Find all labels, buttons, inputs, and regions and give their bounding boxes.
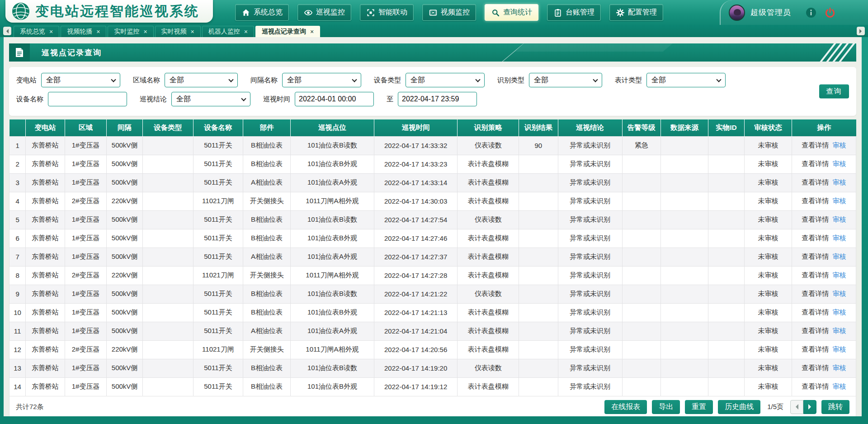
view-detail-link[interactable]: 查看详情 <box>802 197 829 205</box>
view-detail-link[interactable]: 查看详情 <box>802 160 829 167</box>
audit-link[interactable]: 审核 <box>832 382 846 390</box>
device-type-select[interactable]: 全部 <box>406 73 485 87</box>
search-button[interactable]: 查询 <box>819 85 849 99</box>
tab-close-icon[interactable]: × <box>96 29 100 35</box>
nav-button-link-frame[interactable]: 智能联动 <box>360 4 414 21</box>
meter-type-select[interactable]: 全部 <box>646 73 726 87</box>
nav-button-ledger[interactable]: 台账管理 <box>547 4 601 21</box>
tab-item[interactable]: 系统总览× <box>14 26 59 37</box>
audit-link[interactable]: 审核 <box>832 364 846 372</box>
view-detail-link[interactable]: 查看详情 <box>802 141 829 149</box>
export-button[interactable]: 导出 <box>652 400 680 414</box>
recognition-type-select[interactable]: 全部 <box>529 73 602 87</box>
view-detail-link[interactable]: 查看详情 <box>802 382 829 390</box>
device-name-input[interactable] <box>48 92 127 106</box>
tab-item[interactable]: 巡视点记录查询× <box>255 26 320 37</box>
table-cell: 101油位表B外观 <box>290 229 374 248</box>
audit-link[interactable]: 审核 <box>832 234 846 242</box>
table-cell <box>708 322 745 340</box>
table-cell: 仪表读数 <box>458 136 519 155</box>
nav-button-home[interactable]: 系统总览 <box>235 4 289 21</box>
nav-button-search[interactable]: 查询统计 <box>485 4 538 21</box>
table-cell <box>142 229 193 248</box>
prev-page-button[interactable] <box>790 400 803 414</box>
view-detail-link[interactable]: 查看详情 <box>802 290 829 297</box>
tab-item[interactable]: 实时视频× <box>155 26 201 37</box>
audit-link[interactable]: 审核 <box>832 290 846 297</box>
area-select[interactable]: 全部 <box>165 73 238 87</box>
table-cell <box>142 340 193 359</box>
time-to-datetime-input[interactable] <box>398 92 477 106</box>
audit-link[interactable]: 审核 <box>832 345 846 353</box>
table-cell <box>708 377 745 396</box>
table-cell: 5011开关 <box>193 285 243 303</box>
tab-item[interactable]: 机器人监控× <box>202 26 254 37</box>
audit-link[interactable]: 审核 <box>832 252 846 260</box>
nav-button-label: 视频监控 <box>441 8 470 17</box>
history-curve-button[interactable]: 历史曲线 <box>718 400 760 414</box>
table-cell: 101油位表A外观 <box>290 248 374 266</box>
table-cell <box>661 229 708 248</box>
table-cell: 异常或未识别 <box>558 303 622 322</box>
table-cell: 表计表盘模糊 <box>458 229 519 248</box>
nav-button-eye[interactable]: 巡视监控 <box>297 4 351 21</box>
tab-close-icon[interactable]: × <box>191 29 194 35</box>
tab-label: 视频轮播 <box>67 28 92 36</box>
view-detail-link[interactable]: 查看详情 <box>802 234 829 242</box>
view-detail-link[interactable]: 查看详情 <box>802 178 829 186</box>
audit-link[interactable]: 审核 <box>832 327 846 334</box>
table-cell <box>519 192 558 210</box>
home-icon <box>241 8 250 17</box>
nav-button-gear[interactable]: 配置管理 <box>609 4 663 21</box>
table-cell: 500kV侧 <box>107 173 143 192</box>
view-detail-link[interactable]: 查看详情 <box>802 308 829 316</box>
tab-close-icon[interactable]: × <box>310 29 314 35</box>
table-cell: 1#变压器 <box>65 359 107 377</box>
table-cell: 2022-04-17 14:19:12 <box>374 377 458 396</box>
view-detail-link[interactable]: 查看详情 <box>802 271 829 279</box>
nav-button-video[interactable]: 视频监控 <box>422 4 476 21</box>
user-avatar[interactable] <box>729 5 745 21</box>
tab-close-icon[interactable]: × <box>244 29 248 35</box>
station-select[interactable]: 全部 <box>41 73 120 87</box>
view-detail-link[interactable]: 查看详情 <box>802 215 829 223</box>
view-detail-link[interactable]: 查看详情 <box>802 327 829 334</box>
jump-page-button[interactable]: 跳转 <box>821 400 849 414</box>
tab-scroll-right-icon[interactable] <box>857 27 865 35</box>
tab-close-icon[interactable]: × <box>49 29 53 35</box>
table-row: 2东善桥站1#变压器500kV侧5011开关B相油位表101油位表B外观2022… <box>9 155 856 173</box>
tab-bar: 系统总览×视频轮播×实时监控×实时视频×机器人监控×巡视点记录查询× <box>0 25 868 37</box>
table-cell: 5011开关 <box>193 173 243 192</box>
table-cell <box>519 229 558 248</box>
audit-link[interactable]: 审核 <box>832 141 846 149</box>
conclusion-select[interactable]: 全部 <box>171 92 250 106</box>
tab-scroll-left-icon[interactable] <box>3 27 11 35</box>
audit-link[interactable]: 审核 <box>832 271 846 279</box>
table-cell: 14 <box>9 377 26 396</box>
reset-button[interactable]: 重置 <box>685 400 713 414</box>
audit-link[interactable]: 审核 <box>832 160 846 167</box>
table-row: 7东善桥站1#变压器500kV侧5011开关A相油位表101油位表A外观2022… <box>9 248 856 266</box>
time-from-datetime-input[interactable] <box>295 92 374 106</box>
table-cell: 5011开关 <box>193 322 243 340</box>
info-icon[interactable] <box>806 7 816 18</box>
tab-item[interactable]: 实时监控× <box>108 26 153 37</box>
audit-link[interactable]: 审核 <box>832 308 846 316</box>
view-detail-link[interactable]: 查看详情 <box>802 252 829 260</box>
view-detail-link[interactable]: 查看详情 <box>802 345 829 353</box>
view-detail-link[interactable]: 查看详情 <box>802 364 829 372</box>
online-report-button[interactable]: 在线报表 <box>604 400 647 414</box>
table-cell: 101油位表B外观 <box>290 303 374 322</box>
filter-label: 巡视时间 <box>263 95 290 104</box>
logout-power-icon[interactable] <box>825 7 835 18</box>
tab-item[interactable]: 视频轮播× <box>61 26 106 37</box>
column-header: 巡视结论 <box>558 119 622 136</box>
column-header: 识别结果 <box>519 119 558 136</box>
records-table: 变电站区域间隔设备类型设备名称部件巡视点位巡视时间识别策略识别结果巡视结论告警等… <box>9 119 856 396</box>
audit-link[interactable]: 审核 <box>832 197 846 205</box>
bay-select[interactable]: 全部 <box>282 73 361 87</box>
tab-close-icon[interactable]: × <box>143 29 147 35</box>
next-page-button[interactable] <box>803 400 816 414</box>
audit-link[interactable]: 审核 <box>832 178 846 186</box>
audit-link[interactable]: 审核 <box>832 215 846 223</box>
